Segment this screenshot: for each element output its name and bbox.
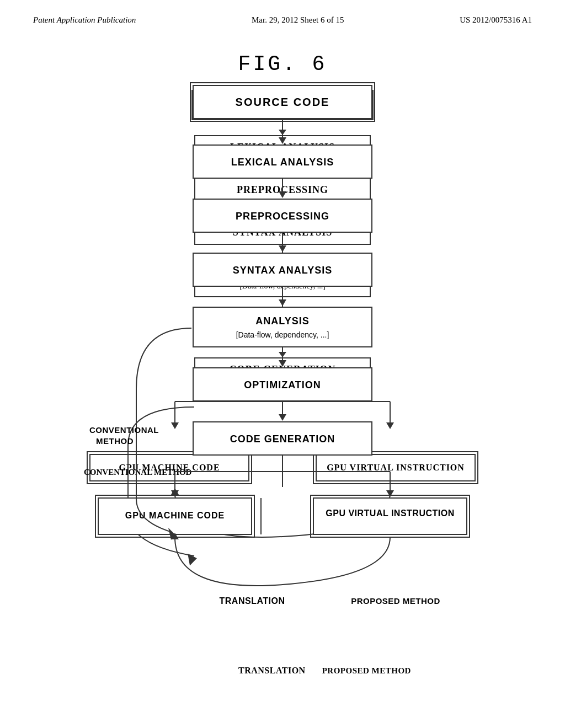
full-diagram: SOURCE CODE LEXICAL ANALYSIS PREPROCESSI…	[89, 80, 476, 678]
optimization-text: OPTIMIZATION	[244, 379, 321, 390]
header-left: Patent Application Publication	[33, 15, 136, 25]
conventional-method-text-svg: CONVENTIONAL	[89, 425, 159, 435]
page-header: Patent Application Publication Mar. 29, …	[0, 0, 565, 25]
analysis-sub-text: [Data-flow, dependency, ...]	[236, 330, 329, 339]
svg-marker-21	[279, 299, 286, 306]
header-right: US 2012/0075316 A1	[460, 15, 532, 25]
svg-marker-18	[279, 245, 286, 252]
svg-marker-15	[279, 191, 286, 198]
syntax-analysis-text: SYNTAX ANALYSIS	[233, 265, 332, 276]
lexical-analysis-text: LEXICAL ANALYSIS	[231, 157, 334, 168]
svg-rect-22	[193, 307, 372, 347]
full-diagram-svg: SOURCE CODE LEXICAL ANALYSIS PREPROCESSI…	[89, 80, 476, 676]
svg-marker-27	[279, 414, 286, 421]
source-code-text: SOURCE CODE	[236, 96, 330, 108]
gpu-virtual-instruction-text: GPU VIRTUAL INSTRUCTION	[326, 508, 454, 518]
svg-marker-24	[279, 360, 286, 367]
preprocessing-text: PREPROCESSING	[236, 211, 329, 222]
conventional-method-text2-svg: METHOD	[96, 436, 134, 446]
header-center: Mar. 29, 2012 Sheet 6 of 15	[252, 15, 344, 25]
code-generation-text: CODE GENERATION	[230, 433, 335, 445]
analysis-text: ANALYSIS	[255, 315, 309, 326]
svg-marker-33	[171, 490, 179, 497]
translation-text-svg: TRANSLATION	[220, 596, 285, 606]
svg-marker-35	[386, 490, 394, 497]
proposed-method-text-svg: PROPOSED METHOD	[351, 596, 440, 606]
svg-marker-12	[279, 137, 286, 144]
figure-title: FIG. 6	[0, 52, 565, 76]
